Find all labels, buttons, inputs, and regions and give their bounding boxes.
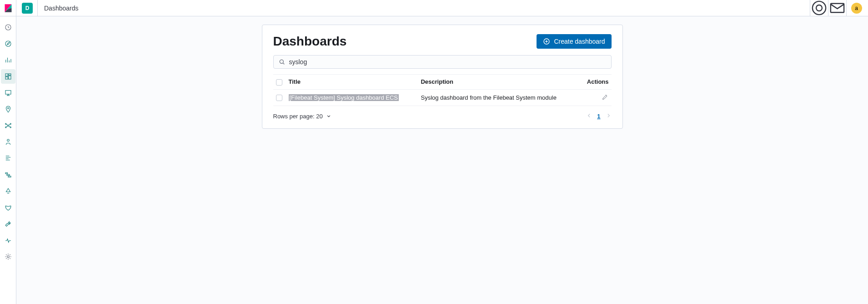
avatar[interactable]: a — [851, 3, 862, 14]
svg-point-4 — [5, 41, 11, 46]
main: Dashboards Create dashboard Title Descri… — [16, 16, 868, 304]
edit-button[interactable] — [602, 95, 609, 102]
search-box[interactable] — [273, 55, 612, 69]
svg-rect-7 — [8, 76, 10, 80]
svg-rect-5 — [5, 74, 8, 76]
sidenav-item-metrics[interactable] — [1, 135, 15, 149]
prev-page-button[interactable] — [586, 112, 592, 120]
svg-point-10 — [7, 107, 9, 109]
search-icon — [278, 58, 286, 66]
svg-rect-2 — [831, 4, 844, 13]
sidenav-item-dev-tools[interactable] — [1, 217, 15, 231]
row-checkbox[interactable] — [276, 95, 282, 101]
topbar-right: a — [810, 0, 864, 16]
panel-header: Dashboards Create dashboard — [273, 34, 612, 49]
sidenav-item-visualize[interactable] — [1, 53, 15, 67]
app-badge[interactable]: D — [22, 3, 33, 14]
sidenav-item-logs[interactable] — [1, 151, 15, 166]
sidenav-item-canvas[interactable] — [1, 86, 15, 100]
rows-per-page-label: Rows per page: 20 — [273, 113, 323, 120]
topbar: D Dashboards a — [0, 0, 868, 16]
sidenav-item-apm[interactable] — [1, 167, 15, 182]
help-icon[interactable] — [810, 0, 828, 16]
table-header-row: Title Description Actions — [273, 75, 612, 90]
sidenav-item-maps[interactable] — [1, 102, 15, 117]
col-actions: Actions — [580, 75, 612, 90]
pencil-icon — [602, 93, 609, 101]
search-input[interactable] — [289, 58, 607, 66]
page-title: Dashboards — [273, 34, 347, 49]
chevron-down-icon — [326, 113, 332, 119]
body: Dashboards Create dashboard Title Descri… — [0, 16, 868, 304]
dashboard-description: Syslog dashboard from the Filebeat Syste… — [418, 89, 579, 106]
dashboards-panel: Dashboards Create dashboard Title Descri… — [262, 25, 623, 129]
sidenav-item-recent[interactable] — [1, 20, 15, 35]
svg-point-16 — [7, 139, 9, 142]
mail-icon[interactable] — [828, 0, 846, 16]
svg-rect-6 — [8, 74, 10, 75]
sidenav — [0, 16, 16, 304]
rows-per-page[interactable]: Rows per page: 20 — [273, 113, 332, 120]
next-page-button[interactable] — [605, 112, 612, 120]
dashboard-title-link[interactable]: [Filebeat System] Syslog dashboard ECS — [289, 94, 399, 101]
svg-rect-9 — [5, 91, 11, 94]
table-row: [Filebeat System] Syslog dashboard ECS S… — [273, 89, 612, 106]
svg-point-0 — [813, 1, 826, 15]
sidenav-item-discover[interactable] — [1, 36, 15, 51]
sidenav-item-siem[interactable] — [1, 200, 15, 215]
select-all-checkbox[interactable] — [276, 79, 282, 86]
col-title[interactable]: Title — [286, 75, 418, 90]
svg-rect-8 — [5, 77, 8, 79]
create-dashboard-label: Create dashboard — [554, 38, 605, 45]
user-menu[interactable]: a — [846, 0, 864, 16]
chevron-right-icon — [605, 112, 612, 119]
svg-point-22 — [280, 60, 283, 63]
breadcrumb[interactable]: Dashboards — [37, 0, 85, 16]
sidenav-item-management[interactable] — [1, 249, 15, 264]
pagination: 1 — [586, 112, 611, 120]
sidenav-item-ml[interactable] — [1, 118, 15, 133]
svg-rect-17 — [5, 173, 8, 174]
sidenav-item-monitoring[interactable] — [1, 233, 15, 248]
create-dashboard-button[interactable]: Create dashboard — [537, 34, 611, 49]
svg-rect-19 — [8, 176, 11, 177]
results-table: Title Description Actions [Filebeat Syst… — [273, 74, 612, 106]
sidenav-item-dashboard[interactable] — [1, 69, 15, 84]
kibana-logo[interactable] — [0, 0, 16, 16]
table-footer: Rows per page: 20 1 — [273, 106, 612, 120]
col-description: Description — [418, 75, 579, 90]
chevron-left-icon — [586, 112, 592, 119]
page-number[interactable]: 1 — [597, 113, 600, 120]
plus-circle-icon — [543, 38, 550, 45]
sidenav-item-uptime[interactable] — [1, 184, 15, 198]
kibana-logo-icon — [4, 4, 13, 13]
svg-point-1 — [816, 5, 822, 11]
svg-point-20 — [7, 256, 9, 258]
topbar-left: D Dashboards — [0, 0, 85, 16]
svg-rect-18 — [7, 174, 10, 175]
